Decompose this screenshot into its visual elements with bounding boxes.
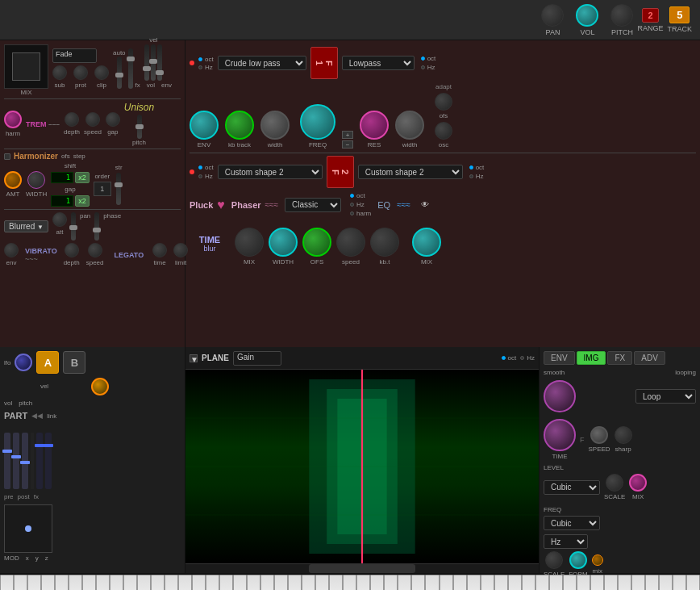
width-knob[interactable] bbox=[27, 171, 45, 189]
white-key[interactable] bbox=[55, 575, 69, 590]
tab-img[interactable]: IMG bbox=[577, 351, 606, 365]
kb-track-knob[interactable] bbox=[225, 111, 254, 140]
gap-knob[interactable] bbox=[106, 112, 120, 127]
phase-width-knob[interactable] bbox=[269, 228, 298, 257]
harm-radio-ph[interactable] bbox=[350, 211, 354, 215]
btn-a[interactable]: A bbox=[36, 351, 59, 374]
piano-keyboard[interactable]: // Generate piano keys dynamically const… bbox=[0, 573, 700, 590]
scale-knob-r[interactable] bbox=[606, 474, 623, 492]
oct-radio-f2r[interactable] bbox=[469, 165, 473, 169]
speed2-knob[interactable] bbox=[88, 243, 102, 257]
vel-knob-b[interactable] bbox=[91, 378, 109, 395]
phase-mix2-knob[interactable] bbox=[412, 228, 441, 257]
white-key[interactable] bbox=[535, 575, 549, 590]
phase-speed-knob[interactable] bbox=[336, 228, 365, 257]
white-key[interactable] bbox=[41, 575, 55, 590]
oct-radio-f2[interactable] bbox=[198, 165, 202, 169]
smooth-knob[interactable] bbox=[544, 380, 576, 412]
hz-radio-f2[interactable] bbox=[198, 174, 202, 178]
phase-ofs-knob[interactable] bbox=[302, 228, 331, 257]
pan-knob[interactable] bbox=[541, 4, 564, 27]
white-key[interactable] bbox=[481, 575, 494, 590]
white-key[interactable] bbox=[398, 575, 411, 590]
spectrogram-display[interactable] bbox=[185, 370, 539, 563]
lfo-knob[interactable] bbox=[15, 354, 32, 371]
vibrato-env-knob[interactable] bbox=[4, 243, 19, 257]
white-key[interactable] bbox=[302, 575, 315, 590]
blurred-dropdown[interactable]: Blurred ▼ bbox=[4, 220, 48, 232]
white-key[interactable] bbox=[110, 575, 123, 590]
res-knob[interactable] bbox=[360, 111, 389, 140]
white-key[interactable] bbox=[165, 575, 178, 590]
white-key[interactable] bbox=[631, 575, 645, 590]
filter1-mode-dropdown[interactable]: Lowpass bbox=[342, 56, 415, 70]
white-key[interactable] bbox=[82, 575, 96, 590]
osc-knob[interactable] bbox=[435, 122, 452, 140]
white-key[interactable] bbox=[549, 575, 563, 590]
white-key[interactable] bbox=[411, 575, 425, 590]
fader4[interactable] bbox=[36, 433, 43, 489]
white-key[interactable] bbox=[206, 575, 219, 590]
white-key[interactable] bbox=[645, 575, 659, 590]
gain-dropdown[interactable]: Gain bbox=[233, 351, 281, 366]
filter2-mode-dropdown[interactable]: Custom shape 2 bbox=[358, 165, 463, 179]
phase-kbt-knob[interactable] bbox=[370, 228, 399, 257]
fader3[interactable] bbox=[22, 433, 28, 489]
depth-knob[interactable] bbox=[65, 112, 79, 127]
white-key[interactable] bbox=[247, 575, 260, 590]
white-key[interactable] bbox=[370, 575, 384, 590]
white-key[interactable] bbox=[659, 575, 673, 590]
prot-knob[interactable] bbox=[73, 65, 88, 80]
hz-radio-1[interactable] bbox=[198, 65, 202, 69]
white-key[interactable] bbox=[618, 575, 631, 590]
phase-mix-knob[interactable] bbox=[235, 228, 264, 257]
fader1[interactable] bbox=[4, 433, 10, 489]
phase-slider[interactable] bbox=[94, 212, 99, 241]
white-key[interactable] bbox=[356, 575, 370, 590]
pitch-knob[interactable] bbox=[610, 4, 633, 27]
white-key[interactable] bbox=[522, 575, 535, 590]
tab-fx[interactable]: FX bbox=[607, 351, 632, 365]
track-value[interactable]: 5 bbox=[669, 6, 690, 23]
freq-knob-f1[interactable] bbox=[300, 104, 335, 140]
white-key[interactable] bbox=[315, 575, 329, 590]
spectrogram-scrollbar[interactable] bbox=[185, 563, 539, 573]
limit-knob[interactable] bbox=[173, 243, 188, 257]
phaser-type-dropdown[interactable]: Classic bbox=[285, 198, 341, 212]
hz-radio-f1r[interactable] bbox=[421, 65, 425, 69]
amt-knob[interactable] bbox=[4, 171, 22, 189]
trem-knob[interactable] bbox=[4, 111, 22, 128]
ofs-knob[interactable] bbox=[435, 93, 452, 111]
vol-slider[interactable] bbox=[151, 44, 156, 81]
eq-minus-btn[interactable]: − bbox=[342, 140, 353, 149]
white-key[interactable] bbox=[425, 575, 439, 590]
filter1-type-dropdown[interactable]: Crude low pass bbox=[218, 56, 306, 70]
tab-env[interactable]: ENV bbox=[544, 351, 575, 365]
range-value[interactable]: 2 bbox=[642, 8, 658, 23]
form-knob-r[interactable] bbox=[569, 551, 587, 569]
sub-knob[interactable] bbox=[52, 65, 67, 80]
btn-b[interactable]: B bbox=[63, 351, 85, 374]
att-knob[interactable] bbox=[52, 212, 67, 227]
plane-menu-btn[interactable]: ▼ bbox=[190, 354, 198, 362]
white-key[interactable] bbox=[494, 575, 508, 590]
time-knob-r[interactable] bbox=[544, 419, 576, 451]
white-key[interactable] bbox=[137, 575, 151, 590]
oct-radio-1[interactable] bbox=[198, 57, 202, 61]
white-key[interactable] bbox=[590, 575, 604, 590]
tab-adv[interactable]: ADV bbox=[634, 351, 665, 365]
level-type-dropdown[interactable]: Cubic bbox=[544, 480, 600, 495]
fader5[interactable] bbox=[45, 433, 52, 489]
white-key[interactable] bbox=[686, 575, 700, 590]
width-knob-f1[interactable] bbox=[260, 111, 290, 140]
white-key[interactable] bbox=[440, 575, 453, 590]
white-key[interactable] bbox=[27, 575, 41, 590]
white-key[interactable] bbox=[192, 575, 206, 590]
freq-type-dropdown[interactable]: Cubic bbox=[544, 516, 600, 530]
white-key[interactable] bbox=[453, 575, 467, 590]
oct-radio-ph[interactable] bbox=[350, 194, 354, 198]
oct-radio-f1r[interactable] bbox=[421, 56, 425, 61]
white-key[interactable] bbox=[508, 575, 522, 590]
white-key[interactable] bbox=[343, 575, 356, 590]
white-key[interactable] bbox=[604, 575, 618, 590]
